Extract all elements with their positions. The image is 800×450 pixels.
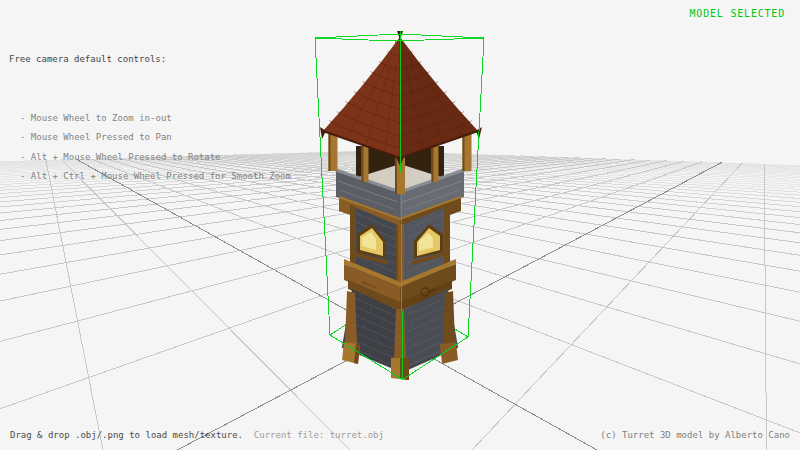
footer-hint: Drag & drop .obj/.png to load mesh/textu… [10,429,384,441]
camera-controls-help: Free camera default controls: - Mouse Wh… [9,11,291,187]
drag-drop-hint: Drag & drop .obj/.png to load mesh/textu… [10,430,243,440]
current-file-label: Current file: turret.obj [254,430,384,440]
status-badge: MODEL SELECTED [690,8,786,20]
controls-help-item-2: - Alt + Mouse Wheel Pressed to Rotate [9,148,291,168]
controls-help-item-3: - Alt + Ctrl + Mouse Wheel Pressed for S… [9,167,291,187]
controls-help-item-1: - Mouse Wheel Pressed to Pan [9,128,291,148]
credit-label: (c) Turret 3D model by Alberto Cano [600,429,790,441]
model-viewer-window: Free camera default controls: - Mouse Wh… [0,0,800,450]
controls-help-item-0: - Mouse Wheel to Zoom in-out [9,109,291,129]
controls-help-title: Free camera default controls: [9,50,291,70]
footer-separator [243,430,254,440]
